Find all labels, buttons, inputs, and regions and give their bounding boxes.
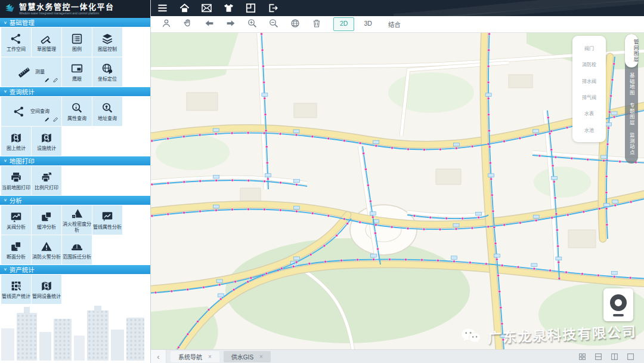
section-header-1[interactable]: ∨查询统计 (0, 87, 150, 96)
tool-tile-pip[interactable]: 鹰眼 (62, 57, 92, 87)
map-side-tab[interactable]: 基础地图 (629, 69, 634, 99)
tool-tile-triangle-chart[interactable]: 消火栓密度分析 (62, 205, 92, 235)
section-label: 基础管理 (10, 18, 35, 27)
close-icon[interactable]: × (259, 353, 263, 360)
tool-tile-map-search[interactable]: 设施统计 (32, 127, 61, 156)
map-side-tab[interactable]: 监测站点 (629, 129, 634, 159)
zoom-in-icon (247, 18, 258, 31)
tool-tile-ruler-pen[interactable]: 草图管理 (32, 27, 61, 57)
zoom-out-icon (268, 18, 279, 31)
section-header-0[interactable]: ∨基础管理 (0, 18, 150, 27)
layer-item[interactable]: 排气阀 (582, 94, 596, 100)
tool-label: 鹰眼 (72, 76, 82, 82)
map-toolbar: 2D3D结合 (151, 16, 644, 33)
section-header-2[interactable]: ∨地图打印 (0, 156, 150, 165)
tool-tile-list[interactable]: 图例 (62, 27, 92, 57)
sidebar: 智慧水务管控一体化平台 Wisdom water Integrated mana… (0, 0, 151, 363)
section-label: 地图打印 (10, 156, 35, 165)
tool-label: 管线资产统计 (1, 294, 31, 300)
chevron-down-icon: ∨ (4, 267, 7, 272)
pen-outline-icon[interactable] (52, 75, 59, 85)
bottom-tabs: 系统导航×供水GIS× (166, 351, 271, 362)
chevron-down-icon: ∨ (4, 159, 7, 163)
tool-tile-map-search[interactable]: 图上统计 (1, 127, 31, 156)
tool-label: 管网设备统计 (32, 294, 61, 300)
tool-tile-chart-window[interactable]: 关阀分析 (1, 205, 31, 235)
layer-item[interactable]: 排水阀 (582, 78, 596, 84)
pen-icon[interactable] (44, 75, 51, 85)
pen-icon[interactable] (44, 114, 51, 125)
clear-tool-button[interactable] (311, 19, 322, 30)
tool-tile-share-nodes[interactable]: 空间查询 (1, 97, 61, 126)
warning-icon (40, 240, 53, 253)
tool-tile-map-search[interactable]: 管网设备统计 (32, 275, 61, 304)
tool-tile-globe-pin[interactable]: 坐标定位 (92, 57, 122, 87)
layer-item[interactable]: 水池 (584, 127, 594, 133)
globe-pin-icon (101, 62, 114, 75)
tool-label: 管线属性分析 (92, 224, 122, 230)
tool-tile-buffer[interactable]: 缓冲分析 (32, 205, 61, 235)
tool-tile-buffer[interactable]: 断面分析 (1, 235, 31, 264)
tool-label: 当前地图打印 (1, 185, 31, 191)
map-canvas[interactable] (151, 33, 644, 349)
section-tiles-0: 工作空间草图管理图例图层控制测量鹰眼坐标定位 (0, 27, 150, 87)
tool-tile-chart-line[interactable]: 管线属性分析 (92, 205, 122, 235)
view-button-结合[interactable]: 结合 (382, 17, 407, 31)
full-extent-tool-button[interactable] (289, 19, 301, 30)
tool-tile-printer-scale[interactable]: 比例尺打印 (32, 166, 61, 195)
grid-search-icon (10, 279, 23, 293)
main-area: 2D3D结合 阀门消防栓排水阀排气阀水表水池 管网图层基础地图专题图层监测站点 (151, 0, 644, 363)
identify-tool-button[interactable] (160, 19, 172, 30)
tool-tile-search-pin[interactable]: 地址查询 (92, 97, 122, 126)
zoom-in-tool-button[interactable] (246, 19, 258, 30)
split-v-icon[interactable] (611, 353, 618, 361)
bottom-tab[interactable]: 系统导航× (171, 351, 219, 362)
pan-tool-button[interactable] (182, 19, 193, 30)
view-button-2d[interactable]: 2D (333, 17, 354, 31)
section-tiles-3: 关阀分析缓冲分析消火栓密度分析管线属性分析断面分析消防火警分析范围拆迁分析 (0, 205, 150, 265)
home-icon[interactable] (178, 2, 190, 14)
logout-icon[interactable] (267, 2, 278, 14)
ruler-pen-icon (40, 32, 53, 45)
tool-tile-printer[interactable]: 当前地图打印 (1, 166, 31, 195)
mail-icon[interactable] (200, 2, 212, 14)
section-header-3[interactable]: ∨分析 (0, 196, 150, 205)
grid-2x2-icon[interactable] (578, 353, 586, 361)
tool-label: 关阀分析 (6, 224, 26, 230)
tool-tile-helmet[interactable]: 范围拆迁分析 (62, 235, 92, 264)
pen-outline-icon[interactable] (52, 114, 59, 125)
bottom-tab[interactable]: 供水GIS× (224, 351, 271, 362)
map-side-tab[interactable]: 专题图层 (629, 99, 634, 129)
tool-tile-share-nodes[interactable]: 工作空间 (1, 27, 31, 57)
zoom-out-tool-button[interactable] (268, 19, 279, 30)
city-skyline-graphic (0, 306, 150, 363)
view-button-3d[interactable]: 3D (357, 17, 378, 31)
tool-tile-measure[interactable]: 测量 (1, 57, 61, 87)
split-h-icon[interactable] (595, 353, 602, 361)
layer-item[interactable]: 水表 (584, 110, 594, 116)
tool-tile-layers[interactable]: 图层控制 (92, 27, 122, 57)
theme-icon[interactable] (222, 2, 234, 14)
app-title: 智慧水务管控一体化平台 (19, 3, 114, 11)
tool-tile-warning[interactable]: 消防火警分析 (32, 235, 61, 264)
compass-widget[interactable] (603, 288, 633, 321)
map-side-tab[interactable]: 管网图层 (625, 34, 638, 67)
map-search-icon (40, 131, 53, 144)
tabs-scroll-left-button[interactable]: ‹ (151, 350, 166, 363)
single-icon[interactable] (627, 353, 634, 361)
tool-tile-grid-search[interactable]: 管线资产统计 (1, 275, 31, 304)
menu-icon[interactable] (156, 2, 168, 14)
map-search-icon (10, 131, 23, 144)
back-tool-button[interactable] (203, 19, 215, 30)
forward-tool-button[interactable] (225, 19, 236, 30)
tool-tile-search-info[interactable]: 属性查询 (62, 97, 92, 126)
buffer-icon (40, 210, 53, 223)
close-icon[interactable]: × (208, 353, 212, 360)
layer-item[interactable]: 阀门 (584, 45, 594, 51)
list-icon (70, 32, 83, 45)
layer-item[interactable]: 消防栓 (582, 61, 596, 67)
share-nodes-icon (13, 105, 26, 118)
app-window: 智慧水务管控一体化平台 Wisdom water Integrated mana… (0, 0, 644, 363)
section-header-4[interactable]: ∨资产统计 (0, 265, 150, 274)
layout-icon[interactable] (244, 2, 256, 14)
